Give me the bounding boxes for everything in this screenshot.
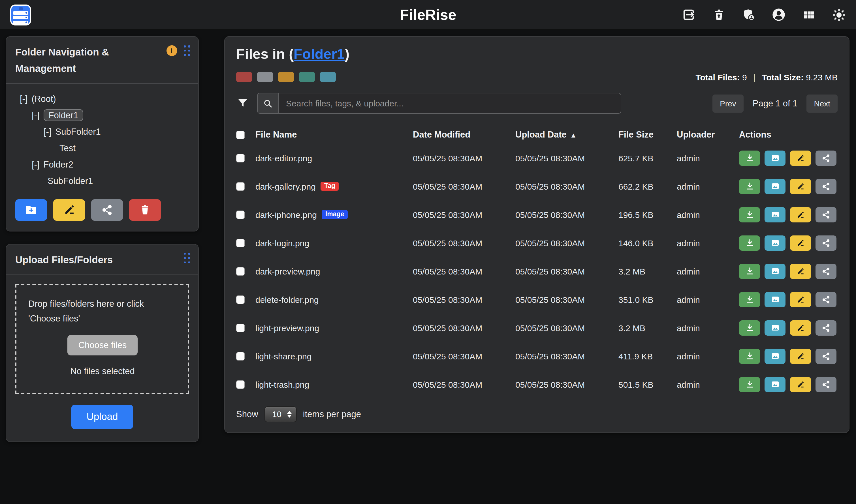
toolbar-button[interactable] (320, 72, 336, 82)
rename-button[interactable] (790, 235, 811, 250)
rename-button[interactable] (790, 320, 811, 335)
row-checkbox[interactable] (236, 267, 245, 275)
download-button[interactable] (739, 235, 760, 250)
folder-tree-item[interactable]: [-]Folder2 (12, 156, 193, 173)
file-name[interactable]: light-trash.png (256, 379, 309, 389)
file-name[interactable]: dark-preview.png (256, 266, 320, 276)
file-name[interactable]: dark-editor.png (256, 153, 312, 163)
row-checkbox[interactable] (236, 352, 245, 360)
col-uploader[interactable]: Uploader (677, 130, 739, 140)
row-checkbox[interactable] (236, 210, 245, 219)
folder-tree-item[interactable]: [-](Root) (12, 91, 193, 107)
rename-button[interactable] (790, 292, 811, 307)
tree-label[interactable]: SubFolder1 (55, 127, 101, 137)
share-folder-button[interactable] (91, 199, 123, 221)
col-date-modified[interactable]: Date Modified (413, 130, 516, 140)
folder-tree-item[interactable]: Test (12, 140, 193, 156)
tree-label[interactable]: Folder2 (43, 160, 73, 169)
trash-restore-icon[interactable] (711, 7, 726, 22)
preview-image-button[interactable] (765, 264, 786, 279)
preview-image-button[interactable] (765, 292, 786, 307)
search-input[interactable] (279, 93, 621, 113)
share-button[interactable] (816, 320, 837, 335)
row-checkbox[interactable] (236, 380, 245, 389)
drag-handle-icon[interactable] (184, 253, 190, 264)
share-button[interactable] (816, 377, 837, 392)
col-file-size[interactable]: File Size (618, 130, 677, 140)
admin-shield-icon[interactable] (741, 7, 756, 22)
toolbar-button[interactable] (236, 72, 252, 82)
tree-toggle[interactable]: [-] (32, 110, 40, 120)
items-per-page-select[interactable]: 10 (264, 407, 297, 422)
file-name[interactable]: delete-folder.png (256, 294, 319, 304)
download-button[interactable] (739, 179, 760, 194)
upload-button[interactable]: Upload (71, 404, 133, 429)
select-all-checkbox[interactable] (236, 130, 245, 139)
toolbar-button[interactable] (299, 72, 315, 82)
rename-button[interactable] (790, 348, 811, 364)
rename-button[interactable] (790, 150, 811, 165)
tree-label[interactable]: (Root) (32, 94, 56, 104)
rename-button[interactable] (790, 179, 811, 194)
file-name[interactable]: dark-iphone.png (256, 210, 317, 219)
apps-grid-icon[interactable] (801, 7, 816, 22)
preview-image-button[interactable] (765, 348, 786, 364)
folder-tree-item[interactable]: SubFolder1 (12, 173, 193, 189)
row-checkbox[interactable] (236, 295, 245, 304)
download-button[interactable] (739, 150, 760, 165)
share-button[interactable] (816, 264, 837, 279)
file-name[interactable]: dark-login.png (256, 238, 309, 248)
current-folder-link[interactable]: Folder1 (294, 46, 345, 62)
drag-handle-icon[interactable] (184, 45, 190, 56)
next-page-button[interactable]: Next (806, 94, 838, 112)
share-button[interactable] (816, 207, 837, 222)
logout-icon[interactable] (681, 7, 696, 22)
folder-tree-item[interactable]: [-]SubFolder1 (12, 123, 193, 140)
choose-files-button[interactable]: Choose files (68, 335, 138, 356)
tree-toggle[interactable]: [-] (32, 160, 40, 169)
share-button[interactable] (816, 235, 837, 250)
download-button[interactable] (739, 320, 760, 335)
col-upload-date[interactable]: Upload Date▲ (516, 130, 618, 140)
tree-label[interactable]: Folder1 (43, 109, 84, 121)
rename-button[interactable] (790, 207, 811, 222)
file-name[interactable]: dark-gallery.png (256, 181, 316, 191)
download-button[interactable] (739, 207, 760, 222)
light-mode-icon[interactable] (832, 7, 846, 22)
col-file-name[interactable]: File Name (256, 130, 413, 140)
file-name[interactable]: light-share.png (256, 351, 312, 361)
share-button[interactable] (816, 348, 837, 364)
upload-dropzone[interactable]: Drop files/folders here or click 'Choose… (15, 284, 189, 394)
rename-button[interactable] (790, 264, 811, 279)
delete-folder-button[interactable] (129, 199, 161, 221)
create-folder-button[interactable] (15, 199, 47, 221)
tree-toggle[interactable]: [-] (20, 94, 28, 104)
share-button[interactable] (816, 150, 837, 165)
preview-image-button[interactable] (765, 320, 786, 335)
search-icon[interactable] (258, 93, 279, 113)
preview-image-button[interactable] (765, 179, 786, 194)
download-button[interactable] (739, 292, 760, 307)
row-checkbox[interactable] (236, 154, 245, 162)
rename-folder-button[interactable] (53, 199, 85, 221)
download-button[interactable] (739, 264, 760, 279)
share-button[interactable] (816, 292, 837, 307)
download-button[interactable] (739, 348, 760, 364)
toolbar-button[interactable] (257, 72, 273, 82)
row-checkbox[interactable] (236, 182, 245, 191)
share-button[interactable] (816, 179, 837, 194)
row-checkbox[interactable] (236, 323, 245, 332)
filerise-logo-icon[interactable] (10, 4, 31, 25)
tree-label[interactable]: SubFolder1 (48, 176, 93, 186)
prev-page-button[interactable]: Prev (713, 94, 744, 112)
toolbar-button[interactable] (278, 72, 294, 82)
tree-label[interactable]: Test (59, 143, 75, 153)
user-profile-icon[interactable] (771, 7, 786, 22)
preview-image-button[interactable] (765, 207, 786, 222)
info-icon[interactable]: i (166, 45, 177, 56)
preview-image-button[interactable] (765, 150, 786, 165)
preview-image-button[interactable] (765, 235, 786, 250)
row-checkbox[interactable] (236, 238, 245, 247)
tree-toggle[interactable]: [-] (43, 127, 52, 137)
preview-image-button[interactable] (765, 377, 786, 392)
